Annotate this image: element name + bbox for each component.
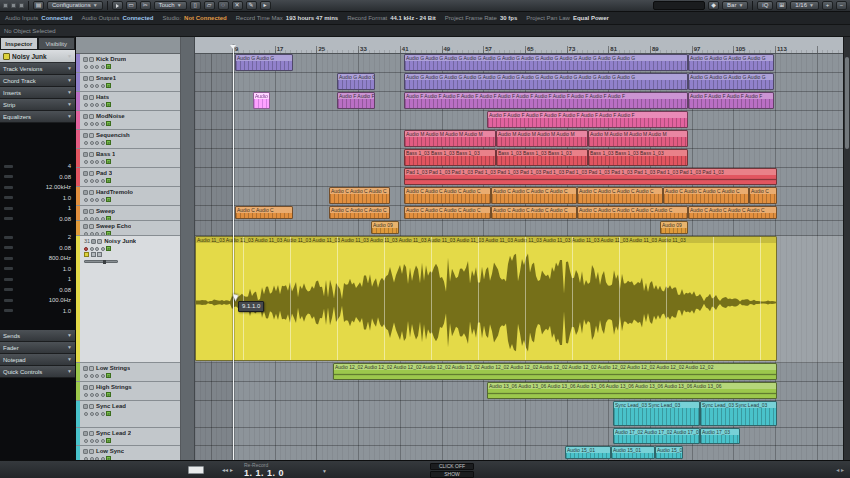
mute-tool-icon[interactable]: ✕ — [232, 1, 243, 10]
record-enable-button[interactable] — [84, 160, 88, 164]
audio-clip[interactable]: Audio G Audio G — [235, 54, 293, 71]
inspector-section-chord-track[interactable]: Chord Track▼ — [0, 75, 75, 87]
track-header-sweep-echo[interactable]: Sweep Echoe — [76, 221, 180, 236]
audio-clip[interactable]: Audio 13_06 Audio 13_06 Audio 13_06 Audi… — [487, 382, 777, 399]
window-maximize-button[interactable] — [19, 3, 24, 8]
iq-button[interactable]: iQ — [757, 1, 773, 10]
range-tool-icon[interactable]: ▭ — [126, 1, 137, 10]
audio-clip[interactable]: Audio C Audio C Audio C — [329, 206, 390, 219]
mute-button[interactable] — [95, 122, 99, 126]
eq-param-value[interactable]: 0.08 — [59, 245, 71, 251]
mute-button[interactable] — [95, 84, 99, 88]
edit-channel-button[interactable]: e — [106, 64, 111, 69]
record-enable-button[interactable] — [84, 198, 88, 202]
audio-clip[interactable]: Audio F Audio F — [337, 92, 375, 109]
mute-button[interactable] — [95, 393, 99, 397]
grid-type-dropdown[interactable]: Bar ▼ — [722, 1, 748, 10]
solo-button[interactable] — [101, 141, 105, 145]
audio-clip[interactable]: Audio C Audio C Audio C Audio C — [491, 187, 577, 204]
solo-button[interactable] — [101, 393, 105, 397]
audio-clip[interactable]: Audio F Audio F Audio F Audio F — [688, 92, 774, 109]
edit-channel-button[interactable]: e — [106, 121, 111, 126]
mute-button[interactable] — [95, 141, 99, 145]
snap-icon[interactable]: ◆ — [708, 1, 719, 10]
solo-button[interactable] — [101, 84, 105, 88]
mute-button[interactable] — [95, 217, 99, 221]
draw-tool-icon[interactable]: ✎ — [246, 1, 257, 10]
audio-clip[interactable]: Audio 09 — [371, 221, 399, 234]
configurations-dropdown[interactable]: Configurations ▼ — [47, 1, 103, 10]
solo-button[interactable] — [101, 198, 105, 202]
solo-button[interactable] — [101, 439, 105, 443]
edit-channel-button[interactable]: e — [106, 140, 111, 145]
track-header-hardtremolo[interactable]: HardTremoloe — [76, 187, 180, 206]
monitor-button[interactable] — [90, 217, 94, 221]
playhead[interactable] — [233, 45, 234, 460]
audio-clip[interactable]: Bass 1_03 Bass 1_03 Bass 1_03 — [404, 149, 496, 166]
zoom-tool-icon[interactable]: ◌ — [218, 1, 229, 10]
mute-button[interactable] — [95, 160, 99, 164]
track-header-sync-lead[interactable]: Sync Leade — [76, 401, 180, 428]
mute-button[interactable] — [95, 412, 99, 416]
solo-button[interactable] — [101, 247, 105, 251]
solo-button[interactable] — [101, 374, 105, 378]
audio-clip[interactable]: Audio 09 — [660, 221, 688, 234]
edit-channel-button[interactable]: e — [106, 438, 111, 443]
mute-button[interactable] — [95, 198, 99, 202]
inspector-section-inserts[interactable]: Inserts▼ — [0, 87, 75, 99]
audio-clip[interactable]: Audio G Audio G Audio G Audio G — [688, 73, 774, 90]
audio-clip[interactable]: Audio C — [749, 187, 777, 204]
mute-button[interactable] — [95, 179, 99, 183]
record-enable-button[interactable] — [84, 232, 88, 236]
setup-icon[interactable]: ▤ — [33, 1, 44, 10]
track-header-sweep[interactable]: Sweepe — [76, 206, 180, 221]
monitor-button[interactable] — [90, 160, 94, 164]
mute-button[interactable] — [95, 439, 99, 443]
track-header-sequencish[interactable]: Sequencishe — [76, 130, 180, 149]
edit-channel-button[interactable]: e — [106, 83, 111, 88]
edit-channel-button[interactable]: e — [106, 373, 111, 378]
audio-clip[interactable]: Audio G Audio G Audio G Audio G — [688, 54, 774, 71]
record-enable-button[interactable] — [84, 141, 88, 145]
monitor-button[interactable] — [90, 247, 94, 251]
audio-clip[interactable]: Audio C Audio C Audio C Audio C — [491, 206, 577, 219]
inspector-section-equalizers[interactable]: Equalizers▼ — [0, 111, 75, 123]
audio-clip[interactable]: Bass 1_03 Bass 1_03 Bass 1_03 — [588, 149, 688, 166]
audio-clip[interactable]: Audio 15_01 — [611, 446, 655, 459]
record-enable-button[interactable] — [84, 393, 88, 397]
quantize-dropdown[interactable]: 1/16 ▼ — [790, 1, 819, 10]
record-enable-button[interactable] — [84, 412, 88, 416]
audio-clip[interactable]: Audio M Audio M Audio M Audio M — [404, 130, 496, 147]
inspector-section-fader[interactable]: Fader▼ — [0, 342, 75, 354]
audio-clip[interactable]: Sync Lead_03 Sync Lead_03 — [700, 401, 777, 426]
audio-clip[interactable]: Audio 11_03 Audio 11_03 Audio 11_03 Audi… — [195, 236, 777, 361]
audio-clip[interactable]: Audio 17_03 — [700, 428, 740, 444]
track-header-low-sync[interactable]: Low Synce — [76, 446, 180, 460]
eq-param-value[interactable]: 1 — [68, 276, 71, 282]
record-enable-button[interactable] — [84, 84, 88, 88]
mute-button[interactable] — [95, 103, 99, 107]
audio-clip[interactable]: Audio C Audio C Audio C — [329, 187, 390, 204]
vertical-scrollbar[interactable] — [843, 37, 850, 460]
inspector-section-strip[interactable]: Strip▼ — [0, 99, 75, 111]
monitor-button[interactable] — [90, 198, 94, 202]
eq-param-value[interactable]: 4 — [68, 163, 71, 169]
glue-tool-icon[interactable]: ▯ — [190, 1, 201, 10]
inspector-section-sends[interactable]: Sends▼ — [0, 330, 75, 342]
solo-button[interactable] — [101, 217, 105, 221]
audio-clip[interactable]: Audio C Audio C Audio C Audio C Audio C — [577, 206, 688, 219]
audio-clip[interactable]: Audio 15_01 — [655, 446, 683, 459]
track-header-snare1[interactable]: Snare1e — [76, 73, 180, 92]
eq-param-value[interactable]: 1 — [68, 205, 71, 211]
record-enable-button[interactable] — [84, 179, 88, 183]
tab-inspector[interactable]: Inspector — [0, 37, 38, 50]
eq-param-value[interactable]: 1.0 — [63, 266, 71, 272]
write-automation-button[interactable] — [97, 252, 102, 257]
audio-clip[interactable]: Audio G Audio G Audio G Audio G Audio G … — [404, 73, 688, 90]
audio-clip[interactable]: Audio C Audio C Audio C Audio C — [663, 187, 749, 204]
monitor-button[interactable] — [90, 141, 94, 145]
tab-visibility[interactable]: Visibility — [38, 37, 76, 50]
solo-button[interactable] — [101, 412, 105, 416]
play-tool-icon[interactable]: ▸ — [260, 1, 271, 10]
edit-channel-button[interactable]: e — [106, 178, 111, 183]
